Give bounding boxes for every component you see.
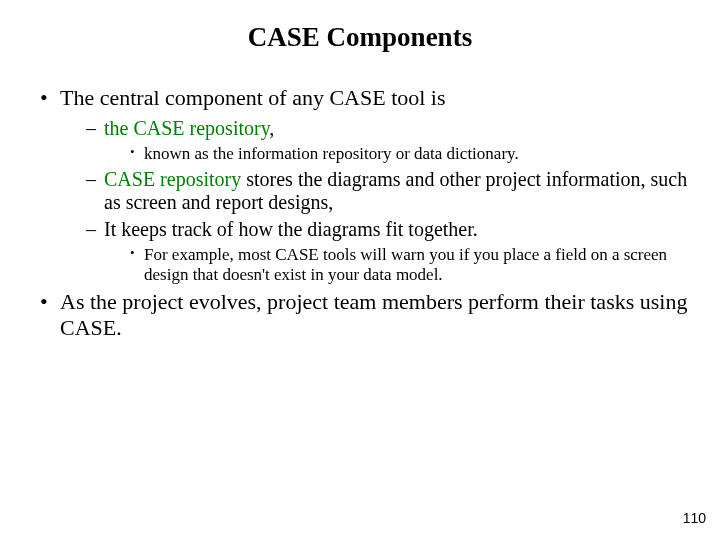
- page-number: 110: [683, 510, 706, 526]
- bullet-1-3-1: For example, most CASE tools will warn y…: [130, 245, 690, 285]
- bullet-2: As the project evolves, project team mem…: [40, 289, 690, 341]
- slide-title: CASE Components: [30, 22, 690, 53]
- bullet-list-level3-a: known as the information repository or d…: [104, 144, 690, 164]
- bullet-1-2: CASE repository stores the diagrams and …: [86, 168, 690, 214]
- bullet-1-1-1: known as the information repository or d…: [130, 144, 690, 164]
- bullet-1-1-green: the CASE repository: [104, 117, 269, 139]
- bullet-2-text: As the project evolves, project team mem…: [60, 289, 687, 340]
- bullet-1-3-text: It keeps track of how the diagrams fit t…: [104, 218, 478, 240]
- bullet-1-1-1-text: known as the information repository or d…: [144, 144, 519, 163]
- bullet-list-level2-a: the CASE repository, known as the inform…: [60, 117, 690, 285]
- bullet-1: The central component of any CASE tool i…: [40, 85, 690, 285]
- bullet-1-2-green: CASE repository: [104, 168, 241, 190]
- bullet-1-3-1-text: For example, most CASE tools will warn y…: [144, 245, 667, 284]
- bullet-list-level3-b: For example, most CASE tools will warn y…: [104, 245, 690, 285]
- bullet-1-1-rest: ,: [269, 117, 274, 139]
- bullet-1-3: It keeps track of how the diagrams fit t…: [86, 218, 690, 285]
- bullet-1-text: The central component of any CASE tool i…: [60, 85, 446, 110]
- bullet-list-level1: The central component of any CASE tool i…: [30, 85, 690, 341]
- bullet-1-1: the CASE repository, known as the inform…: [86, 117, 690, 164]
